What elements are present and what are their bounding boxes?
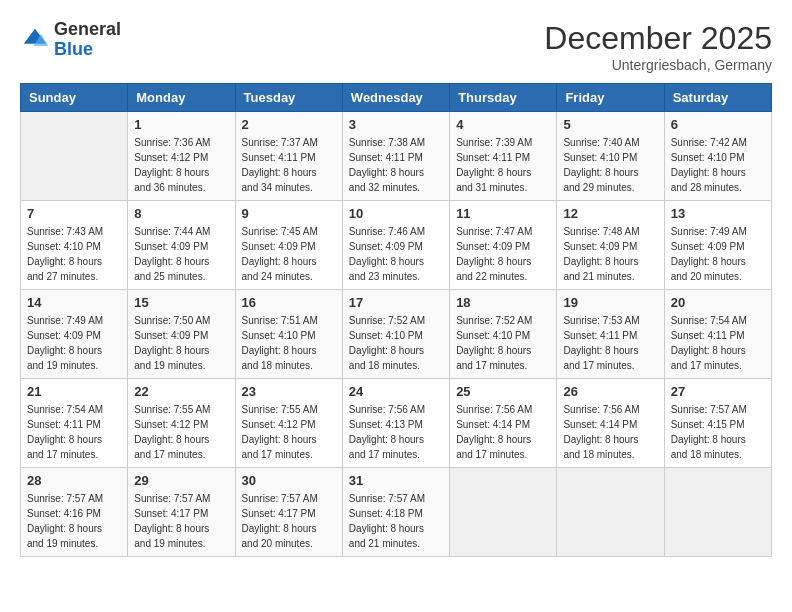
day-info: Sunrise: 7:47 AMSunset: 4:09 PMDaylight:… xyxy=(456,224,550,284)
calendar-cell: 6Sunrise: 7:42 AMSunset: 4:10 PMDaylight… xyxy=(664,112,771,201)
calendar-cell xyxy=(664,468,771,557)
calendar-cell: 31Sunrise: 7:57 AMSunset: 4:18 PMDayligh… xyxy=(342,468,449,557)
calendar-cell xyxy=(557,468,664,557)
day-info: Sunrise: 7:54 AMSunset: 4:11 PMDaylight:… xyxy=(27,402,121,462)
day-number: 29 xyxy=(134,473,228,488)
title-block: December 2025 Untergriesbach, Germany xyxy=(544,20,772,73)
day-number: 8 xyxy=(134,206,228,221)
day-number: 3 xyxy=(349,117,443,132)
day-info: Sunrise: 7:45 AMSunset: 4:09 PMDaylight:… xyxy=(242,224,336,284)
calendar-cell: 17Sunrise: 7:52 AMSunset: 4:10 PMDayligh… xyxy=(342,290,449,379)
day-info: Sunrise: 7:49 AMSunset: 4:09 PMDaylight:… xyxy=(671,224,765,284)
calendar-cell xyxy=(450,468,557,557)
day-number: 25 xyxy=(456,384,550,399)
day-number: 19 xyxy=(563,295,657,310)
day-number: 6 xyxy=(671,117,765,132)
day-info: Sunrise: 7:57 AMSunset: 4:17 PMDaylight:… xyxy=(242,491,336,551)
day-info: Sunrise: 7:56 AMSunset: 4:14 PMDaylight:… xyxy=(456,402,550,462)
calendar-cell: 2Sunrise: 7:37 AMSunset: 4:11 PMDaylight… xyxy=(235,112,342,201)
calendar-cell: 3Sunrise: 7:38 AMSunset: 4:11 PMDaylight… xyxy=(342,112,449,201)
day-info: Sunrise: 7:40 AMSunset: 4:10 PMDaylight:… xyxy=(563,135,657,195)
day-number: 26 xyxy=(563,384,657,399)
logo-icon xyxy=(20,25,50,55)
logo-text: General Blue xyxy=(54,20,121,60)
day-of-week-header: Thursday xyxy=(450,84,557,112)
day-number: 1 xyxy=(134,117,228,132)
day-info: Sunrise: 7:50 AMSunset: 4:09 PMDaylight:… xyxy=(134,313,228,373)
day-info: Sunrise: 7:49 AMSunset: 4:09 PMDaylight:… xyxy=(27,313,121,373)
calendar-cell: 28Sunrise: 7:57 AMSunset: 4:16 PMDayligh… xyxy=(21,468,128,557)
day-info: Sunrise: 7:38 AMSunset: 4:11 PMDaylight:… xyxy=(349,135,443,195)
day-number: 21 xyxy=(27,384,121,399)
day-number: 9 xyxy=(242,206,336,221)
day-number: 30 xyxy=(242,473,336,488)
calendar-cell: 24Sunrise: 7:56 AMSunset: 4:13 PMDayligh… xyxy=(342,379,449,468)
day-info: Sunrise: 7:52 AMSunset: 4:10 PMDaylight:… xyxy=(349,313,443,373)
calendar-table: SundayMondayTuesdayWednesdayThursdayFrid… xyxy=(20,83,772,557)
day-of-week-header: Wednesday xyxy=(342,84,449,112)
calendar-cell: 23Sunrise: 7:55 AMSunset: 4:12 PMDayligh… xyxy=(235,379,342,468)
calendar-cell: 22Sunrise: 7:55 AMSunset: 4:12 PMDayligh… xyxy=(128,379,235,468)
day-info: Sunrise: 7:51 AMSunset: 4:10 PMDaylight:… xyxy=(242,313,336,373)
calendar-week-row: 7Sunrise: 7:43 AMSunset: 4:10 PMDaylight… xyxy=(21,201,772,290)
day-of-week-header: Monday xyxy=(128,84,235,112)
calendar-week-row: 14Sunrise: 7:49 AMSunset: 4:09 PMDayligh… xyxy=(21,290,772,379)
calendar-cell: 25Sunrise: 7:56 AMSunset: 4:14 PMDayligh… xyxy=(450,379,557,468)
day-info: Sunrise: 7:37 AMSunset: 4:11 PMDaylight:… xyxy=(242,135,336,195)
day-number: 10 xyxy=(349,206,443,221)
day-number: 14 xyxy=(27,295,121,310)
calendar-cell: 29Sunrise: 7:57 AMSunset: 4:17 PMDayligh… xyxy=(128,468,235,557)
calendar-cell xyxy=(21,112,128,201)
calendar-cell: 10Sunrise: 7:46 AMSunset: 4:09 PMDayligh… xyxy=(342,201,449,290)
day-info: Sunrise: 7:52 AMSunset: 4:10 PMDaylight:… xyxy=(456,313,550,373)
calendar-cell: 19Sunrise: 7:53 AMSunset: 4:11 PMDayligh… xyxy=(557,290,664,379)
calendar-cell: 16Sunrise: 7:51 AMSunset: 4:10 PMDayligh… xyxy=(235,290,342,379)
day-info: Sunrise: 7:53 AMSunset: 4:11 PMDaylight:… xyxy=(563,313,657,373)
day-number: 17 xyxy=(349,295,443,310)
calendar-header-row: SundayMondayTuesdayWednesdayThursdayFrid… xyxy=(21,84,772,112)
calendar-week-row: 28Sunrise: 7:57 AMSunset: 4:16 PMDayligh… xyxy=(21,468,772,557)
calendar-cell: 4Sunrise: 7:39 AMSunset: 4:11 PMDaylight… xyxy=(450,112,557,201)
day-number: 24 xyxy=(349,384,443,399)
day-of-week-header: Sunday xyxy=(21,84,128,112)
day-of-week-header: Tuesday xyxy=(235,84,342,112)
calendar-cell: 1Sunrise: 7:36 AMSunset: 4:12 PMDaylight… xyxy=(128,112,235,201)
page-header: General Blue December 2025 Untergriesbac… xyxy=(20,20,772,73)
calendar-cell: 14Sunrise: 7:49 AMSunset: 4:09 PMDayligh… xyxy=(21,290,128,379)
calendar-cell: 13Sunrise: 7:49 AMSunset: 4:09 PMDayligh… xyxy=(664,201,771,290)
month-title: December 2025 xyxy=(544,20,772,57)
day-info: Sunrise: 7:54 AMSunset: 4:11 PMDaylight:… xyxy=(671,313,765,373)
day-info: Sunrise: 7:55 AMSunset: 4:12 PMDaylight:… xyxy=(242,402,336,462)
day-info: Sunrise: 7:42 AMSunset: 4:10 PMDaylight:… xyxy=(671,135,765,195)
logo: General Blue xyxy=(20,20,121,60)
day-info: Sunrise: 7:48 AMSunset: 4:09 PMDaylight:… xyxy=(563,224,657,284)
calendar-cell: 11Sunrise: 7:47 AMSunset: 4:09 PMDayligh… xyxy=(450,201,557,290)
day-number: 23 xyxy=(242,384,336,399)
day-info: Sunrise: 7:57 AMSunset: 4:15 PMDaylight:… xyxy=(671,402,765,462)
calendar-cell: 7Sunrise: 7:43 AMSunset: 4:10 PMDaylight… xyxy=(21,201,128,290)
day-info: Sunrise: 7:55 AMSunset: 4:12 PMDaylight:… xyxy=(134,402,228,462)
calendar-cell: 20Sunrise: 7:54 AMSunset: 4:11 PMDayligh… xyxy=(664,290,771,379)
calendar-cell: 15Sunrise: 7:50 AMSunset: 4:09 PMDayligh… xyxy=(128,290,235,379)
day-info: Sunrise: 7:57 AMSunset: 4:16 PMDaylight:… xyxy=(27,491,121,551)
day-number: 13 xyxy=(671,206,765,221)
day-number: 2 xyxy=(242,117,336,132)
logo-blue: Blue xyxy=(54,40,121,60)
calendar-cell: 12Sunrise: 7:48 AMSunset: 4:09 PMDayligh… xyxy=(557,201,664,290)
day-number: 22 xyxy=(134,384,228,399)
calendar-cell: 21Sunrise: 7:54 AMSunset: 4:11 PMDayligh… xyxy=(21,379,128,468)
day-info: Sunrise: 7:57 AMSunset: 4:18 PMDaylight:… xyxy=(349,491,443,551)
day-number: 4 xyxy=(456,117,550,132)
day-number: 27 xyxy=(671,384,765,399)
day-number: 16 xyxy=(242,295,336,310)
calendar-cell: 26Sunrise: 7:56 AMSunset: 4:14 PMDayligh… xyxy=(557,379,664,468)
day-number: 5 xyxy=(563,117,657,132)
day-number: 20 xyxy=(671,295,765,310)
calendar-cell: 9Sunrise: 7:45 AMSunset: 4:09 PMDaylight… xyxy=(235,201,342,290)
day-info: Sunrise: 7:57 AMSunset: 4:17 PMDaylight:… xyxy=(134,491,228,551)
day-number: 12 xyxy=(563,206,657,221)
day-info: Sunrise: 7:39 AMSunset: 4:11 PMDaylight:… xyxy=(456,135,550,195)
day-number: 18 xyxy=(456,295,550,310)
day-info: Sunrise: 7:43 AMSunset: 4:10 PMDaylight:… xyxy=(27,224,121,284)
day-number: 7 xyxy=(27,206,121,221)
